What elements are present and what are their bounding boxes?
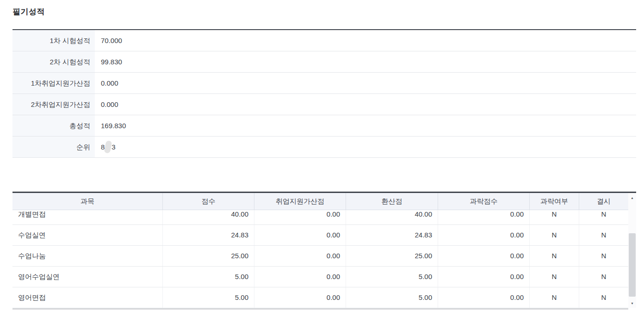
summary-row-value: 99.830 — [95, 51, 636, 72]
summary-row: 2차취업지원가산점0.000 — [12, 94, 636, 115]
table-cell: 40.00 — [346, 210, 438, 224]
column-header: 취업지원가산점 — [254, 193, 346, 210]
table-cell: 0.00 — [438, 225, 530, 245]
table-cell: 0.00 — [438, 210, 530, 224]
summary-score-table: 1차 시험성적70.0002차 시험성적99.8301차취업지원가산점0.000… — [12, 29, 636, 158]
table-cell: 영어수업실연 — [12, 267, 163, 287]
table-cell: N — [530, 287, 579, 308]
table-cell: N — [530, 267, 579, 287]
scroll-down-button[interactable]: ▼ — [628, 299, 636, 307]
table-cell: 수업나눔 — [12, 246, 163, 266]
table-cell: 0.00 — [438, 287, 530, 308]
table-cell: N — [579, 287, 628, 308]
subject-table-scroll-viewport[interactable]: 개별면접40.000.0040.000.00NN수업실연24.830.0024.… — [12, 210, 628, 308]
table-row: 영어수업실연5.000.005.000.00NN — [12, 267, 628, 287]
scrollbar-thumb[interactable] — [629, 233, 636, 297]
page-title: 필기성적 — [12, 6, 637, 17]
summary-row: 순위83 — [12, 137, 636, 158]
scroll-up-button[interactable]: ▲ — [628, 194, 636, 201]
table-cell: 0.00 — [254, 267, 346, 287]
subject-table-header-row: 과목점수취업지원가산점환산점과락점수과락여부결시 — [12, 193, 628, 210]
summary-row-value: 70.000 — [95, 30, 636, 51]
summary-row-label: 순위 — [12, 137, 95, 157]
table-cell: 5.00 — [346, 267, 438, 287]
table-cell: 5.00 — [163, 267, 254, 287]
summary-row: 1차 시험성적70.000 — [12, 30, 636, 51]
column-header: 과목 — [12, 193, 163, 210]
table-cell: 25.00 — [163, 246, 254, 266]
summary-row-value: 83 — [95, 137, 636, 157]
summary-row-label: 1차취업지원가산점 — [12, 73, 95, 93]
table-cell: 24.83 — [163, 225, 254, 245]
table-cell: N — [530, 210, 579, 224]
column-header: 결시 — [579, 193, 628, 210]
column-header: 점수 — [163, 193, 254, 210]
column-header: 과락점수 — [438, 193, 530, 210]
table-cell: 0.00 — [254, 287, 346, 308]
summary-row: 2차 시험성적99.830 — [12, 51, 636, 73]
summary-row-label: 1차 시험성적 — [12, 30, 95, 51]
subject-table-body: 개별면접40.000.0040.000.00NN수업실연24.830.0024.… — [12, 210, 628, 308]
table-row: 영어면접5.000.005.000.00NN — [12, 287, 628, 308]
scroll-down-icon: ▼ — [631, 302, 634, 305]
summary-row-label: 총성적 — [12, 115, 95, 136]
summary-row-value: 0.000 — [95, 73, 636, 93]
table-cell: 5.00 — [346, 287, 438, 308]
table-cell: 40.00 — [163, 210, 254, 224]
table-cell: 개별면접 — [12, 210, 163, 224]
table-cell: N — [579, 210, 628, 224]
table-cell: 24.83 — [346, 225, 438, 245]
table-cell: N — [579, 246, 628, 266]
scroll-up-icon: ▲ — [631, 196, 634, 199]
summary-row: 1차취업지원가산점0.000 — [12, 73, 636, 94]
table-cell: N — [530, 246, 579, 266]
table-cell: 25.00 — [346, 246, 438, 266]
summary-row-label: 2차 시험성적 — [12, 51, 95, 72]
table-cell: 수업실연 — [12, 225, 163, 245]
subject-table-content: 과목점수취업지원가산점환산점과락점수과락여부결시 개별면접40.000.0040… — [12, 193, 628, 310]
summary-row: 총성적169.830 — [12, 115, 636, 137]
table-cell: N — [579, 267, 628, 287]
vertical-scrollbar[interactable]: ▲ ▼ — [628, 193, 636, 308]
table-cell: 0.00 — [438, 246, 530, 266]
subject-score-table: 과목점수취업지원가산점환산점과락점수과락여부결시 개별면접40.000.0040… — [12, 192, 636, 310]
column-header: 과락여부 — [530, 193, 579, 210]
written-score-page: 필기성적 1차 시험성적70.0002차 시험성적99.8301차취업지원가산점… — [0, 0, 644, 310]
summary-row-value: 169.830 — [95, 115, 636, 136]
table-cell: N — [530, 225, 579, 245]
table-row: 수업나눔25.000.0025.000.00NN — [12, 246, 628, 267]
table-cell: 영어면접 — [12, 287, 163, 308]
table-cell: 0.00 — [254, 225, 346, 245]
table-row: 개별면접40.000.0040.000.00NN — [12, 210, 628, 225]
table-cell: N — [579, 225, 628, 245]
table-cell: 0.00 — [254, 246, 346, 266]
column-header: 환산점 — [346, 193, 438, 210]
table-cell: 0.00 — [254, 210, 346, 224]
summary-row-value: 0.000 — [95, 94, 636, 115]
table-row: 수업실연24.830.0024.830.00NN — [12, 225, 628, 246]
table-cell: 0.00 — [438, 267, 530, 287]
summary-value-part: 3 — [111, 143, 115, 151]
summary-row-label: 2차취업지원가산점 — [12, 94, 95, 115]
table-cell: 5.00 — [163, 287, 254, 308]
